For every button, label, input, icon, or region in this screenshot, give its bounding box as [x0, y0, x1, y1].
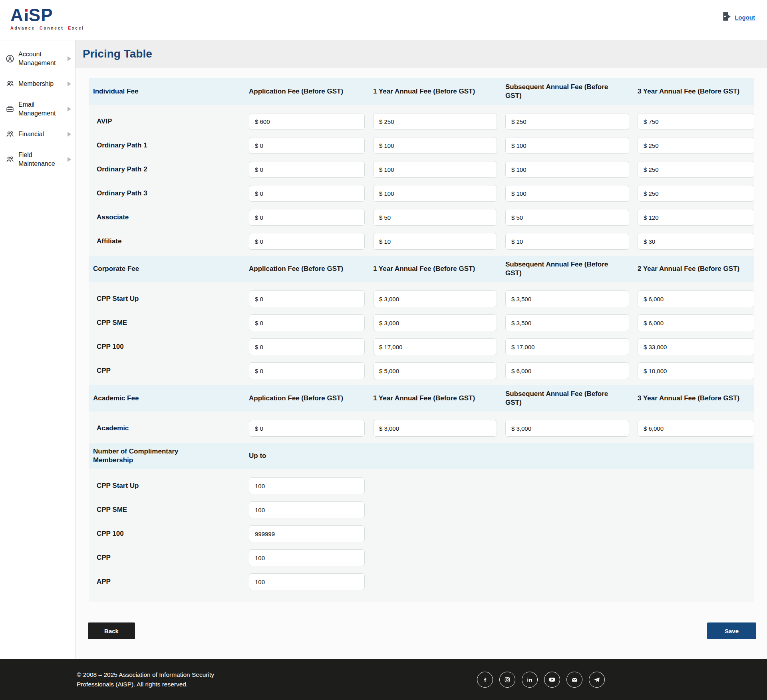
fee-input[interactable]	[638, 113, 754, 130]
fee-input[interactable]	[249, 362, 365, 379]
section-header-row: Individual Fee Application Fee (Before G…	[89, 78, 754, 105]
fee-input[interactable]	[249, 573, 365, 590]
chevron-right-icon	[68, 157, 71, 162]
action-bar: Back Save	[88, 622, 756, 639]
fee-input[interactable]	[249, 233, 365, 250]
social-links	[477, 672, 605, 688]
users-icon	[6, 155, 14, 164]
sidebar-item-email-management[interactable]: Email Management	[0, 96, 75, 121]
logo-tagline: Advance Connect Excel	[10, 26, 84, 30]
fee-input[interactable]	[373, 338, 497, 355]
footer: © 2008 – 2025 Association of Information…	[0, 659, 767, 700]
fee-input[interactable]	[505, 338, 629, 355]
fee-input[interactable]	[505, 362, 629, 379]
section-label: Corporate Fee	[89, 264, 195, 273]
fee-input[interactable]	[373, 137, 497, 154]
fee-section: Corporate Fee Application Fee (Before GS…	[89, 256, 754, 383]
fee-input[interactable]	[373, 113, 497, 130]
fee-row: Academic	[89, 416, 754, 440]
briefcase-icon	[6, 105, 14, 113]
sidebar-item-field-maintenance[interactable]: Field Maintenance	[0, 147, 75, 172]
fee-input[interactable]	[638, 420, 754, 437]
youtube-icon[interactable]	[544, 672, 560, 688]
fee-input[interactable]	[373, 161, 497, 178]
fee-input[interactable]	[638, 362, 754, 379]
fee-input[interactable]	[373, 362, 497, 379]
logout-icon	[721, 11, 732, 23]
fee-input[interactable]	[249, 185, 365, 202]
fee-input[interactable]	[505, 233, 629, 250]
fee-input[interactable]	[373, 185, 497, 202]
facebook-icon[interactable]	[477, 672, 493, 688]
section-label: Individual Fee	[89, 87, 195, 96]
telegram-icon[interactable]	[589, 672, 605, 688]
fee-row: CPP	[89, 546, 754, 570]
sidebar-item-account-management[interactable]: Account Management	[0, 46, 75, 71]
fee-input[interactable]	[638, 137, 754, 154]
fee-input[interactable]	[373, 314, 497, 331]
fee-input[interactable]	[249, 525, 365, 542]
fee-input[interactable]	[505, 314, 629, 331]
fee-input[interactable]	[249, 113, 365, 130]
users-icon	[6, 80, 14, 88]
back-button[interactable]: Back	[88, 622, 135, 639]
fee-input[interactable]	[249, 501, 365, 518]
fee-input[interactable]	[505, 113, 629, 130]
row-label: APP	[89, 578, 240, 586]
row-label: Ordinary Path 2	[89, 165, 240, 173]
sidebar-item-label: Membership	[18, 80, 64, 88]
linkedin-icon[interactable]	[522, 672, 538, 688]
fee-input[interactable]	[505, 209, 629, 226]
fee-input[interactable]	[249, 290, 365, 307]
fee-input[interactable]	[373, 290, 497, 307]
column-header: Subsequent Annual Fee (Before GST)	[505, 260, 629, 278]
sidebar-item-membership[interactable]: Membership	[0, 71, 75, 96]
sidebar-item-financial[interactable]: Financial	[0, 121, 75, 147]
users-icon	[6, 130, 14, 139]
fee-input[interactable]	[638, 338, 754, 355]
fee-input[interactable]	[249, 314, 365, 331]
row-label: CPP 100	[89, 343, 240, 351]
chevron-right-icon	[68, 132, 71, 137]
logo-wordmark: ASP	[10, 6, 84, 24]
fee-input[interactable]	[249, 338, 365, 355]
row-label: CPP 100	[89, 530, 240, 538]
fee-row: Ordinary Path 2	[89, 157, 754, 181]
email-icon[interactable]	[566, 672, 582, 688]
fee-input[interactable]	[505, 137, 629, 154]
column-header: Application Fee (Before GST)	[249, 264, 365, 273]
fee-section: Number of Complimentary Membership Up to…	[89, 443, 754, 602]
fee-input[interactable]	[638, 185, 754, 202]
fee-input[interactable]	[638, 161, 754, 178]
fee-row: CPP	[89, 359, 754, 383]
fee-input[interactable]	[638, 314, 754, 331]
chevron-right-icon	[68, 107, 71, 111]
fee-input[interactable]	[505, 290, 629, 307]
row-label: CPP SME	[89, 506, 240, 514]
save-button[interactable]: Save	[707, 622, 756, 639]
page-title: Pricing Table	[83, 48, 152, 60]
fee-input[interactable]	[249, 137, 365, 154]
instagram-icon[interactable]	[499, 672, 515, 688]
fee-input[interactable]	[373, 233, 497, 250]
fee-input[interactable]	[505, 161, 629, 178]
fee-input[interactable]	[249, 477, 365, 494]
fee-input[interactable]	[638, 209, 754, 226]
fee-section: Academic Fee Application Fee (Before GST…	[89, 385, 754, 440]
fee-input[interactable]	[638, 233, 754, 250]
fee-input[interactable]	[373, 420, 497, 437]
column-header: 3 Year Annual Fee (Before GST)	[638, 394, 754, 403]
section-header-row: Academic Fee Application Fee (Before GST…	[89, 385, 754, 412]
fee-input[interactable]	[373, 209, 497, 226]
fee-input[interactable]	[249, 420, 365, 437]
fee-input[interactable]	[249, 209, 365, 226]
logout-link[interactable]: Logout	[721, 11, 755, 23]
user-circle-icon	[6, 54, 14, 63]
row-label: CPP	[89, 367, 240, 375]
fee-input[interactable]	[638, 290, 754, 307]
fee-input[interactable]	[249, 161, 365, 178]
fee-input[interactable]	[505, 420, 629, 437]
sidebar-item-label: Email Management	[18, 100, 64, 117]
fee-input[interactable]	[505, 185, 629, 202]
fee-input[interactable]	[249, 549, 365, 566]
